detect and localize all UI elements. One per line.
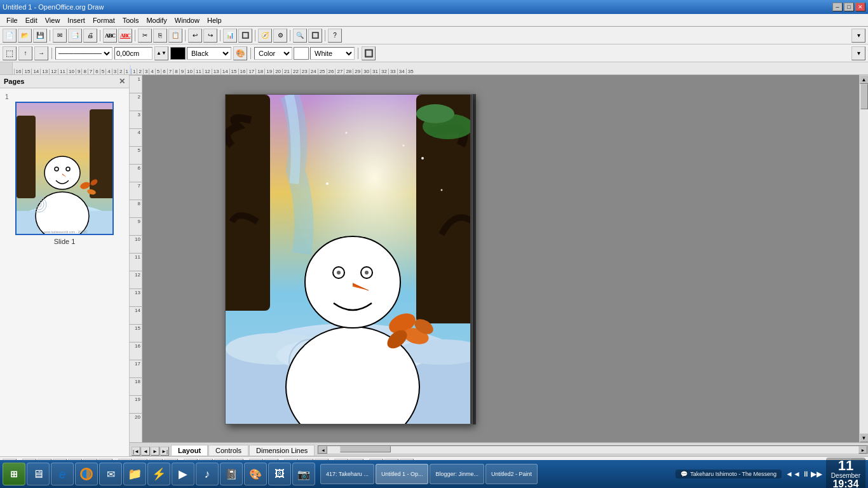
copy-button[interactable]: ⎘ bbox=[153, 29, 167, 43]
notes-icon: 📓 bbox=[223, 465, 240, 483]
tab-dimension-lines[interactable]: Dimension Lines bbox=[249, 445, 315, 456]
ole-button[interactable]: 🔲 bbox=[238, 29, 252, 43]
menu-file[interactable]: File bbox=[3, 15, 22, 25]
maximize-button[interactable]: □ bbox=[844, 3, 854, 11]
help-button[interactable]: ? bbox=[328, 29, 342, 43]
cut-button[interactable]: ✂ bbox=[138, 29, 152, 43]
undo-button[interactable]: ↩ bbox=[188, 29, 202, 43]
show-func-button[interactable]: ⚙ bbox=[273, 29, 287, 43]
paint-button[interactable]: 🎨 bbox=[244, 463, 267, 485]
hscroll-right-button[interactable]: ► bbox=[858, 446, 867, 454]
slide-page[interactable] bbox=[225, 94, 473, 424]
close-button[interactable]: ✕ bbox=[855, 3, 865, 11]
shadow-button[interactable]: 🔲 bbox=[362, 46, 376, 60]
photos-button[interactable]: 🖼 bbox=[268, 463, 291, 485]
save-button[interactable]: 💾 bbox=[33, 29, 47, 43]
email-button[interactable]: ✉ bbox=[53, 29, 67, 43]
tray-icon2[interactable]: ⏸ bbox=[802, 470, 810, 478]
menu-view[interactable]: View bbox=[41, 15, 64, 25]
line-width-input[interactable] bbox=[114, 47, 153, 60]
color-picker-button[interactable]: 🎨 bbox=[233, 46, 247, 60]
spellcheck-button[interactable]: ABC bbox=[118, 29, 132, 43]
horizontal-scrollbar[interactable]: ◄ ► bbox=[318, 445, 868, 454]
camera-button[interactable]: 📷 bbox=[292, 463, 315, 485]
tab-next-button[interactable]: ► bbox=[151, 447, 159, 456]
line-end-button[interactable]: → bbox=[34, 46, 48, 60]
messenger-notification[interactable]: 💬 Takeharu Ishimoto - The Messeng bbox=[675, 470, 782, 478]
vr-14: 14 bbox=[130, 306, 142, 324]
scroll-down-button[interactable]: ▼ bbox=[860, 433, 869, 442]
hscroll-track[interactable] bbox=[327, 446, 858, 454]
scroll-up-button[interactable]: ▲ bbox=[860, 75, 869, 84]
vertical-scrollbar[interactable]: ▲ ▼ bbox=[859, 75, 868, 442]
minimize-button[interactable]: – bbox=[832, 3, 843, 11]
menu-modify[interactable]: Modify bbox=[142, 15, 170, 25]
tab-first-button[interactable]: |◄ bbox=[132, 447, 140, 456]
new-button[interactable]: 📄 bbox=[3, 29, 17, 43]
redo-button[interactable]: ↪ bbox=[203, 29, 217, 43]
menu-insert[interactable]: Insert bbox=[64, 15, 89, 25]
drawing-surface[interactable] bbox=[142, 75, 859, 442]
thunderbolt-button[interactable]: ⚡ bbox=[147, 463, 170, 485]
task-item-4[interactable]: Untitled2 - Paint bbox=[485, 464, 538, 484]
line-style-button[interactable]: ↑ bbox=[18, 46, 32, 60]
vr-7: 7 bbox=[130, 182, 142, 200]
svg-rect-49 bbox=[470, 95, 473, 424]
menu-help[interactable]: Help bbox=[203, 15, 226, 25]
pages-close-button[interactable]: ✕ bbox=[119, 77, 125, 86]
paste-button[interactable]: 📋 bbox=[168, 29, 182, 43]
print-button[interactable]: 🖨 bbox=[83, 29, 97, 43]
toolbar-more-button[interactable]: ▾ bbox=[851, 29, 865, 43]
tab-last-button[interactable]: ►| bbox=[160, 447, 169, 456]
task-item-2[interactable]: Untitled 1 - Op... bbox=[376, 464, 429, 484]
zoom-page-button[interactable]: 🔲 bbox=[308, 29, 322, 43]
menu-tools[interactable]: Tools bbox=[119, 15, 143, 25]
media-icon: ▶ bbox=[175, 465, 191, 483]
export-pdf-button[interactable]: 📑 bbox=[68, 29, 82, 43]
menu-format[interactable]: Format bbox=[89, 15, 119, 25]
pages-content: 1 bbox=[0, 88, 129, 456]
line-width-spin-up[interactable]: ▲▼ bbox=[154, 46, 168, 60]
format-more-button[interactable]: ▾ bbox=[851, 46, 865, 60]
open-button[interactable]: 📂 bbox=[18, 29, 32, 43]
date-time-display[interactable]: 11 Desember 19:34 bbox=[826, 458, 865, 488]
tab-prev-button[interactable]: ◄ bbox=[141, 447, 150, 456]
selection-mode-button[interactable]: ⬚ bbox=[3, 46, 17, 60]
ie-button[interactable]: e bbox=[51, 463, 74, 485]
spell-button[interactable]: ABC bbox=[103, 29, 117, 43]
firefox-button[interactable] bbox=[75, 463, 98, 485]
itunes-icon: ♪ bbox=[199, 465, 215, 483]
fill-color-select[interactable]: White bbox=[310, 47, 355, 60]
tab-layout[interactable]: Layout bbox=[171, 445, 208, 456]
messenger-text: Takeharu Ishimoto - The Messeng bbox=[690, 471, 776, 477]
slide-preview-image[interactable]: www.babiesworld.com - 2013© bbox=[15, 102, 114, 235]
start-button[interactable]: ⊞ bbox=[3, 463, 25, 485]
hscroll-thumb[interactable] bbox=[340, 446, 391, 452]
tab-controls[interactable]: Controls bbox=[208, 445, 248, 456]
menu-window[interactable]: Window bbox=[171, 15, 203, 25]
chart-button[interactable]: 📊 bbox=[223, 29, 237, 43]
notes-button[interactable]: 📓 bbox=[220, 463, 243, 485]
tray-icon3[interactable]: ▶▶ bbox=[811, 470, 822, 478]
line-color-select[interactable]: Black bbox=[187, 47, 231, 60]
task-item-3[interactable]: Blogger: Jinme... bbox=[430, 464, 484, 484]
vr-8: 8 bbox=[130, 200, 142, 217]
zoom-fit-button[interactable]: 🔍 bbox=[293, 29, 307, 43]
navigator-button[interactable]: 🧭 bbox=[258, 29, 272, 43]
desktop-button[interactable]: 🖥 bbox=[27, 463, 50, 485]
folder-button[interactable]: 📁 bbox=[123, 463, 146, 485]
vr-16: 16 bbox=[130, 342, 142, 360]
scroll-thumb[interactable] bbox=[860, 84, 868, 109]
fill-style-select[interactable]: Color bbox=[254, 47, 292, 60]
itunes-button[interactable]: ♪ bbox=[196, 463, 219, 485]
task-item-1[interactable]: 417: Takeharu ... bbox=[320, 464, 374, 484]
media-button[interactable]: ▶ bbox=[172, 463, 194, 485]
mail-button[interactable]: ✉ bbox=[99, 463, 122, 485]
menu-edit[interactable]: Edit bbox=[22, 15, 41, 25]
vr-18: 18 bbox=[130, 377, 142, 395]
scroll-track[interactable] bbox=[860, 84, 868, 433]
tray-icon1[interactable]: ◄◄ bbox=[785, 470, 801, 478]
sep9 bbox=[51, 48, 52, 59]
line-width-select[interactable]: ────────── bbox=[55, 47, 112, 60]
hscroll-left-button[interactable]: ◄ bbox=[318, 446, 327, 454]
